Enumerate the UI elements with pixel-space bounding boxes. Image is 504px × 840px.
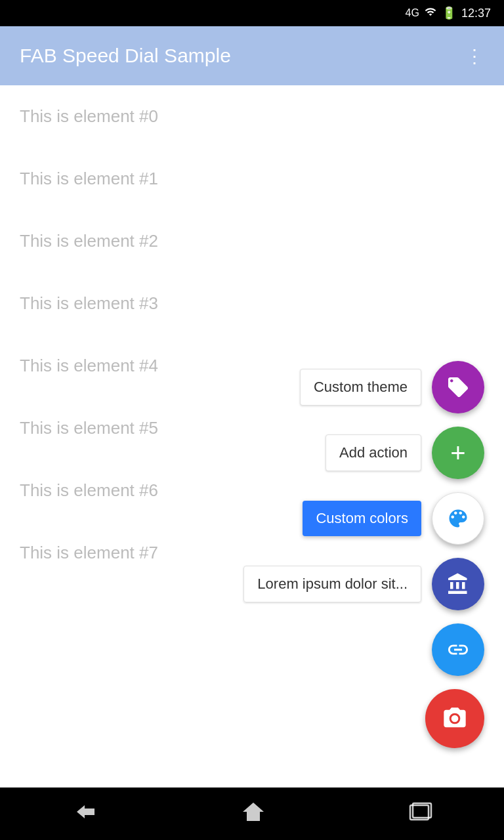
fab-button-link[interactable]	[432, 623, 484, 676]
tag-icon	[446, 375, 470, 399]
main-content: This is element #0 This is element #1 Th…	[0, 85, 504, 788]
time-display: 12:37	[461, 7, 491, 20]
home-button[interactable]	[242, 801, 265, 827]
fab-action-lorem: Lorem ipsum dolor sit...	[243, 558, 484, 610]
fab-action-custom-colors: Custom colors	[303, 492, 484, 545]
signal-icon: 4G	[406, 7, 419, 19]
nav-bar	[0, 788, 504, 840]
bank-icon	[446, 572, 470, 596]
battery-icon: 🔋	[442, 6, 456, 20]
palette-icon	[446, 507, 470, 530]
main-fab-button[interactable]	[425, 689, 484, 748]
camera-icon	[442, 705, 468, 732]
svg-marker-0	[243, 803, 264, 821]
main-fab-row	[425, 689, 484, 748]
fab-action-custom-theme: Custom theme	[300, 361, 484, 413]
overflow-menu-button[interactable]: ⋮	[465, 45, 484, 67]
fab-speed-dial: Custom theme Add action + Custom colors	[373, 85, 504, 788]
app-bar: FAB Speed Dial Sample ⋮	[0, 26, 504, 85]
fab-button-custom-colors[interactable]	[432, 492, 484, 545]
fab-action-add: Add action +	[326, 427, 484, 479]
signal-bars-icon	[425, 6, 436, 20]
fab-button-lorem[interactable]	[432, 558, 484, 610]
fab-label-lorem: Lorem ipsum dolor sit...	[243, 566, 421, 602]
fab-action-link	[432, 623, 484, 676]
fab-button-add-action[interactable]: +	[432, 427, 484, 479]
fab-label-custom-theme: Custom theme	[300, 369, 421, 406]
app-title: FAB Speed Dial Sample	[20, 45, 231, 67]
recents-button[interactable]	[409, 802, 432, 826]
fab-label-custom-colors: Custom colors	[303, 501, 421, 536]
fab-label-add-action: Add action	[326, 434, 421, 471]
back-button[interactable]	[72, 802, 98, 826]
status-bar: 4G 🔋 12:37	[0, 0, 504, 26]
link-icon	[446, 638, 470, 662]
plus-icon: +	[450, 440, 465, 466]
fab-button-custom-theme[interactable]	[432, 361, 484, 413]
